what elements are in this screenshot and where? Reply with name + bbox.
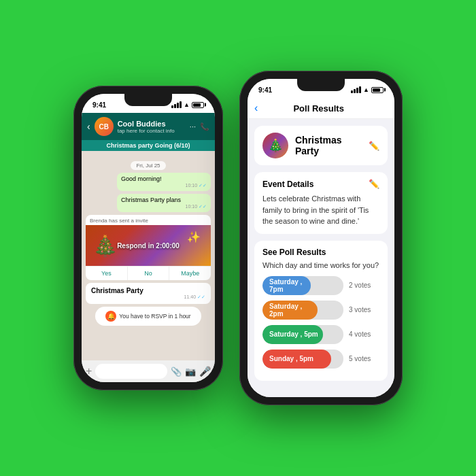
poll-bar-container-4: Sunday , 5pm [262, 350, 343, 369]
right-wifi-icon: ▲ [363, 86, 369, 93]
poll-option-2: Saturday , 2pm 3 votes [262, 301, 379, 320]
date-label: Fri, Jul 25 [86, 158, 211, 170]
event-bubble: Christmas Party 11:40 ✓✓ [86, 283, 211, 304]
phones-container: 9:41 ▲ ‹ CB C [73, 71, 403, 405]
wifi-icon: ▲ [184, 101, 190, 108]
group-avatar: CB [95, 117, 114, 136]
left-notch [124, 94, 172, 106]
call-icon[interactable]: 📞 [200, 122, 209, 131]
poll-votes-1: 2 votes [349, 282, 379, 289]
poll-body: 🎄 Christmas Party ✏️ Event Details ✏️ Le… [248, 119, 394, 397]
poll-label-3: Saturday , 5pm [269, 330, 318, 338]
yes-button[interactable]: Yes [86, 267, 128, 280]
invite-image: Respond in 2:00:00 [86, 225, 211, 266]
header-icons: ··· 📞 [190, 122, 209, 131]
message-input[interactable] [95, 364, 167, 379]
plus-icon[interactable]: + [86, 365, 92, 377]
poll-results-card: See Poll Results Which day and time work… [254, 241, 388, 381]
poll-back-button[interactable]: ‹ [254, 102, 258, 114]
poll-label-2: Saturday , 2pm [269, 303, 318, 318]
battery-icon [192, 102, 204, 108]
invite-card: Brenda has sent a invite Respond in 2:00… [86, 215, 211, 280]
edit-details-button[interactable]: ✏️ [369, 179, 379, 189]
event-title: Christmas Party [91, 287, 205, 294]
right-phone: 9:41 ▲ ‹ Poll Results [239, 71, 403, 405]
bell-icon: 🔔 [105, 311, 116, 322]
details-card: Event Details ✏️ Lets celebrate Christma… [254, 172, 388, 234]
invite-timer: Respond in 2:00:00 [117, 242, 180, 250]
group-banner: Christmas party Going (6/10) [82, 140, 215, 151]
poll-bar-3: Saturday , 5pm [262, 325, 323, 344]
poll-bar-container-1: Saturday , 7pm [262, 276, 343, 295]
rsvp-text: You have to RSVP in 1 hour [119, 313, 190, 320]
poll-label-1: Saturday , 7pm [269, 278, 311, 293]
details-label: Event Details [262, 180, 313, 189]
edit-event-button[interactable]: ✏️ [369, 141, 379, 151]
message-bubble-1: Good morning! 10:10 ✓✓ [117, 173, 211, 191]
attachment-icon[interactable]: 📎 [171, 367, 182, 377]
poll-votes-4: 5 votes [349, 355, 379, 362]
poll-header: ‹ Poll Results [248, 98, 394, 119]
event-card: 🎄 Christmas Party ✏️ [254, 126, 388, 165]
poll-bar-container-3: Saturday , 5pm [262, 325, 343, 344]
event-avatar-emoji: 🎄 [262, 133, 288, 158]
poll-question: Which day and time works for you? [262, 261, 379, 269]
group-name: Cool Buddies [118, 120, 186, 128]
header-info: Cool Buddies tap here for contact info [118, 120, 186, 134]
poll-option-3: Saturday , 5pm 4 votes [262, 325, 379, 344]
details-text: Lets celebrate Christmas with family to … [262, 193, 379, 227]
left-status-icons: ▲ [171, 101, 204, 108]
poll-bar-1: Saturday , 7pm [262, 276, 311, 295]
message-bubble-2: Christmas Party plans 10:10 ✓✓ [117, 194, 211, 212]
right-signal-icon [351, 86, 361, 93]
event-name: Christmas Party [295, 135, 362, 156]
poll-results-label: See Poll Results [262, 248, 379, 257]
signal-icon [171, 101, 182, 108]
left-screen: 9:41 ▲ ‹ CB C [82, 94, 215, 382]
poll-bar-container-2: Saturday , 2pm [262, 301, 343, 320]
read-tick-2: ✓✓ [199, 204, 207, 209]
no-button[interactable]: No [128, 267, 170, 280]
poll-bar-2: Saturday , 2pm [262, 301, 318, 320]
read-tick: ✓✓ [199, 183, 207, 188]
group-sub: tap here for contact info [118, 128, 186, 134]
poll-label-4: Sunday , 5pm [269, 355, 313, 362]
right-screen: 9:41 ▲ ‹ Poll Results [248, 79, 394, 397]
whatsapp-header: ‹ CB Cool Buddies tap here for contact i… [82, 113, 215, 140]
invite-sender: Brenda has sent a invite [86, 215, 211, 225]
camera-icon[interactable]: 📷 [185, 367, 196, 377]
back-icon[interactable]: ‹ [87, 121, 90, 132]
poll-bar-4: Sunday , 5pm [262, 350, 331, 369]
poll-votes-3: 4 votes [349, 330, 379, 338]
poll-title: Poll Results [263, 103, 374, 114]
poll-option-1: Saturday , 7pm 2 votes [262, 276, 379, 295]
chat-body: Fri, Jul 25 Good morning! 10:10 ✓✓ Chris… [82, 151, 215, 360]
left-phone: 9:41 ▲ ‹ CB C [73, 86, 223, 390]
right-notch [297, 79, 345, 91]
maybe-button[interactable]: Maybe [169, 267, 211, 280]
invite-actions: Yes No Maybe [86, 266, 211, 280]
right-status-icons: ▲ [351, 86, 384, 93]
poll-option-4: Sunday , 5pm 5 votes [262, 350, 379, 369]
poll-votes-2: 3 votes [349, 306, 379, 313]
more-icon[interactable]: ··· [190, 122, 196, 131]
rsvp-notice: 🔔 You have to RSVP in 1 hour [95, 307, 201, 326]
right-battery-icon [371, 87, 384, 93]
left-time: 9:41 [92, 101, 106, 109]
input-bar: + 📎 📷 🎤 [82, 360, 215, 382]
mic-icon[interactable]: 🎤 [199, 366, 211, 377]
right-time: 9:41 [258, 86, 272, 94]
